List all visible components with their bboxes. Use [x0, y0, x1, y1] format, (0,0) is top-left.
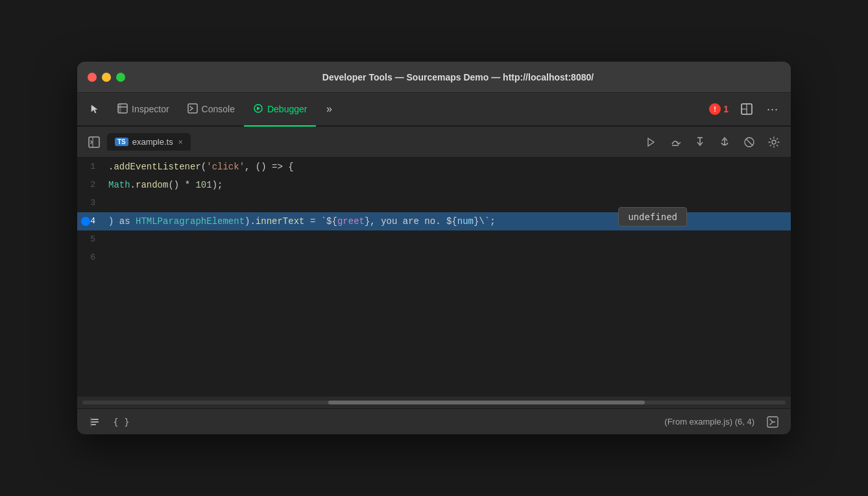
devtools-window: Developer Tools — Sourcemaps Demo — http…	[77, 62, 791, 434]
source-location: (From example.js) (6, 4)	[664, 417, 754, 427]
sourcemap-icon	[766, 415, 779, 428]
line-number-4: 4	[77, 215, 103, 229]
svg-point-13	[772, 140, 776, 144]
window-title: Developer Tools — Sourcemaps Demo — http…	[136, 72, 780, 82]
code-line-2: 2 Math.random() * 101);	[77, 176, 791, 194]
svg-line-12	[746, 139, 753, 145]
code-empty-space	[77, 267, 791, 397]
play-icon	[645, 136, 657, 148]
prop-innertext: innerText	[256, 216, 305, 227]
string-click: 'click'	[206, 162, 245, 172]
inspect-element-button[interactable]	[82, 96, 108, 122]
code-content: 1 .addEventListener('click', () => { 2 M…	[77, 158, 791, 397]
hover-tooltip: undefined	[618, 207, 687, 227]
class-math: Math	[108, 180, 130, 190]
num-101: 101	[195, 180, 211, 190]
exclamation-icon: !	[714, 105, 716, 113]
line-number-2: 2	[77, 179, 103, 192]
method-text: .addEventListener	[108, 162, 201, 172]
line-number-1: 1	[77, 160, 103, 174]
sidebar-icon	[88, 136, 100, 148]
step-into-icon	[694, 136, 706, 148]
scrollbar-track[interactable]	[82, 401, 786, 404]
breakpoints-icon	[90, 416, 101, 428]
console-tab-label: Console	[202, 104, 235, 114]
pretty-print-button[interactable]: { }	[111, 412, 132, 432]
var-greet: greet	[337, 216, 365, 227]
error-count: 1	[723, 104, 729, 114]
var-num: num	[457, 216, 474, 227]
code-line-6: 6	[77, 249, 791, 267]
code-line-1: 1 .addEventListener('click', () => {	[77, 158, 791, 176]
error-dot: !	[709, 103, 721, 115]
debug-toolbar: TS example.ts ×	[77, 127, 791, 158]
typescript-badge: TS	[115, 138, 128, 146]
debugger-icon	[253, 103, 263, 116]
inspector-tab-label: Inspector	[132, 104, 169, 114]
error-badge: ! 1	[704, 101, 734, 118]
step-into-button[interactable]	[688, 130, 712, 154]
debugger-tab-label: Debugger	[267, 104, 307, 114]
inspector-icon	[117, 103, 128, 116]
tab-console[interactable]: Console	[178, 93, 244, 127]
file-tab-area: TS example.ts ×	[107, 133, 638, 151]
svg-rect-15	[91, 421, 99, 423]
sidebar-toggle-button[interactable]	[82, 133, 106, 151]
line-code-1[interactable]: .addEventListener('click', () => {	[103, 160, 791, 174]
file-tab-example-ts[interactable]: TS example.ts ×	[107, 133, 191, 151]
console-icon	[187, 103, 198, 116]
svg-rect-16	[91, 424, 96, 425]
step-over-button[interactable]	[664, 130, 687, 154]
line-number-3: 3	[77, 197, 103, 210]
file-tab-name: example.ts	[132, 137, 173, 147]
pretty-print-icon: { }	[113, 417, 129, 427]
status-left: { }	[85, 412, 132, 432]
step-over-icon	[669, 136, 681, 148]
class-htmlparagraph: HTMLParagraphElement	[136, 216, 245, 227]
step-out-icon	[719, 136, 730, 148]
resume-button[interactable]	[639, 130, 662, 154]
breakpoint-indicator	[81, 217, 90, 226]
svg-rect-2	[118, 104, 121, 113]
file-tab-close-button[interactable]: ×	[178, 138, 183, 147]
traffic-lights	[88, 73, 125, 82]
line-number-6: 6	[77, 251, 103, 265]
scrollbar-thumb[interactable]	[328, 401, 645, 404]
line-code-2[interactable]: Math.random() * 101);	[103, 178, 791, 192]
svg-rect-14	[91, 419, 99, 420]
tab-debugger[interactable]: Debugger	[244, 93, 317, 127]
layout-button[interactable]	[734, 96, 760, 122]
cursor-icon	[89, 103, 102, 116]
layout-icon	[741, 103, 753, 115]
code-editor: 1 .addEventListener('click', () => { 2 M…	[77, 158, 791, 408]
line-code-4[interactable]: ) as HTMLParagraphElement).innerText = `…	[103, 214, 791, 229]
code-line-5: 5	[77, 230, 791, 249]
statusbar: { } (From example.js) (6, 4)	[77, 408, 791, 434]
main-toolbar: Inspector Console Debugger »	[77, 93, 791, 127]
deactivate-icon	[743, 136, 755, 148]
tab-inspector[interactable]: Inspector	[108, 93, 178, 127]
horizontal-scrollbar[interactable]	[77, 397, 791, 408]
titlebar: Developer Tools — Sourcemaps Demo — http…	[77, 62, 791, 93]
maximize-button[interactable]	[116, 73, 125, 82]
tooltip-text: undefined	[628, 212, 677, 222]
settings-button[interactable]	[762, 130, 786, 154]
svg-rect-6	[89, 137, 99, 147]
minimize-button[interactable]	[102, 73, 111, 82]
toggle-breakpoints-button[interactable]	[85, 412, 106, 432]
status-right: (From example.js) (6, 4)	[664, 412, 783, 432]
debug-controls	[639, 130, 786, 154]
gear-icon	[768, 136, 780, 148]
step-out-button[interactable]	[713, 130, 736, 154]
line-number-5: 5	[77, 233, 103, 247]
close-button[interactable]	[88, 73, 97, 82]
more-tabs-button[interactable]: »	[316, 96, 342, 122]
more-options-button[interactable]: ···	[760, 96, 786, 122]
fn-random: random	[136, 180, 168, 190]
deactivate-button[interactable]	[738, 130, 761, 154]
jump-to-mapped-button[interactable]	[762, 412, 783, 432]
